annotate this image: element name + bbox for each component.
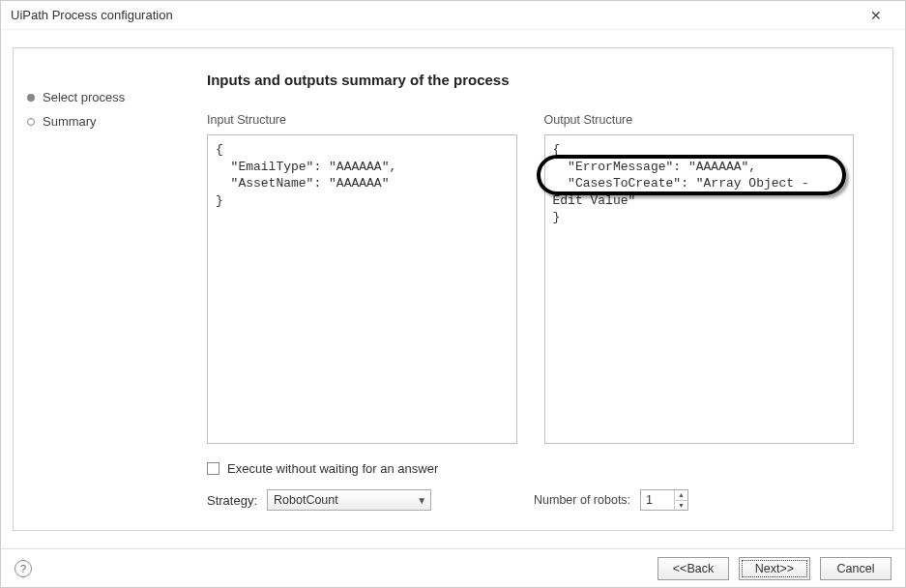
- sidebar-item-label: Summary: [43, 114, 97, 129]
- output-structure-label: Output Structure: [544, 113, 855, 127]
- io-columns: Input Structure { "EmailType": "AAAAAA",…: [207, 113, 854, 444]
- output-structure-box[interactable]: { "ErrorMessage": "AAAAAA", "CasesToCrea…: [544, 134, 855, 444]
- number-of-robots-value: 1: [641, 490, 674, 510]
- spinner-down-icon[interactable]: ▼: [675, 501, 687, 511]
- footer: ? <<Back Next>> Cancel: [1, 548, 905, 587]
- strategy-row: Strategy: RobotCount ▼ Number of robots:…: [207, 489, 854, 511]
- titlebar: UiPath Process configuration ✕: [1, 1, 905, 30]
- strategy-value: RobotCount: [274, 493, 338, 507]
- output-column: Output Structure { "ErrorMessage": "AAAA…: [544, 113, 855, 444]
- window-frame: UiPath Process configuration ✕ Select pr…: [0, 0, 906, 588]
- bullet-icon: [27, 94, 35, 102]
- sidebar-item-label: Select process: [43, 90, 125, 104]
- spinner-buttons: ▲ ▼: [674, 490, 687, 510]
- bullet-icon: [27, 118, 35, 126]
- input-structure-box[interactable]: { "EmailType": "AAAAAA", "AssetName": "A…: [207, 134, 517, 444]
- execute-without-waiting-label: Execute without waiting for an answer: [227, 461, 438, 476]
- next-button[interactable]: Next>>: [739, 557, 810, 580]
- main-area: Select process Summary Inputs and output…: [1, 30, 905, 548]
- close-button[interactable]: ✕: [857, 2, 895, 29]
- back-button[interactable]: <<Back: [658, 557, 729, 580]
- input-column: Input Structure { "EmailType": "AAAAAA",…: [207, 113, 517, 444]
- execute-without-waiting-row: Execute without waiting for an answer: [207, 461, 854, 476]
- input-structure-label: Input Structure: [207, 113, 517, 127]
- wizard-sidebar: Select process Summary: [14, 48, 197, 530]
- window-title: UiPath Process configuration: [11, 8, 857, 22]
- sidebar-item-summary[interactable]: Summary: [27, 109, 184, 133]
- close-icon: ✕: [870, 8, 882, 23]
- strategy-dropdown[interactable]: RobotCount ▼: [267, 489, 431, 511]
- content: Inputs and outputs summary of the proces…: [197, 48, 892, 530]
- cancel-button[interactable]: Cancel: [820, 557, 891, 580]
- help-icon[interactable]: ?: [15, 560, 32, 577]
- number-of-robots-spinner[interactable]: 1 ▲ ▼: [640, 489, 688, 511]
- page-heading: Inputs and outputs summary of the proces…: [207, 72, 854, 88]
- strategy-label: Strategy:: [207, 493, 257, 508]
- spinner-up-icon[interactable]: ▲: [675, 490, 687, 501]
- number-of-robots-label: Number of robots:: [534, 493, 630, 507]
- content-box: Select process Summary Inputs and output…: [13, 47, 893, 531]
- chevron-down-icon: ▼: [417, 495, 426, 506]
- execute-without-waiting-checkbox[interactable]: [207, 462, 219, 475]
- sidebar-item-select-process[interactable]: Select process: [27, 85, 184, 109]
